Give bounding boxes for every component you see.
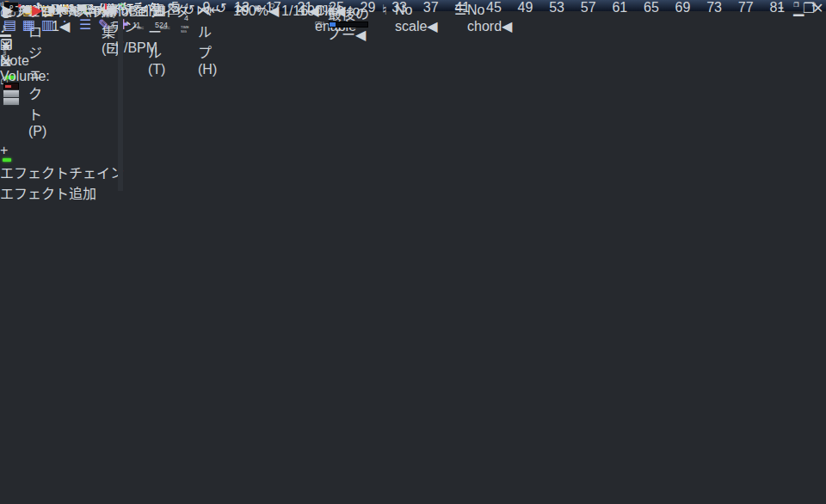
pr-stop-button[interactable]: ■ [47,2,56,17]
pr-chord-icon: ☰ [454,2,466,18]
pr-zoom-value: 100% [233,3,268,18]
piano-roll-window: ピアノロール - PianoBell ▁ ❐ ▶ ● ▶ ■ ✎ ▭ ∴ ✂ ❏… [0,0,201,159]
note-volume-area[interactable]: Note Volume: [0,53,201,84]
pr-zoom-combobox[interactable]: 100%◀ [233,3,268,15]
pr-erase-mode-button[interactable]: ▭ [84,2,97,18]
timeline-bar-label: 73 [706,0,722,15]
pr-detune-mode-button[interactable]: ∴ [116,2,125,18]
pr-play-button[interactable]: ▶ [3,2,13,18]
cpu-label: CPU [315,21,324,26]
timeline-bar-label: 57 [581,0,596,15]
pr-copy-button[interactable]: ❏ [152,2,164,18]
fx-chain-header[interactable]: エフェクトチェイン [0,158,124,182]
pr-quantize-value: 1/16 [281,3,308,18]
pr-scale-value: No scale [395,3,427,34]
pr-mirror-icon[interactable]: ⋈ [196,2,210,18]
lmms-app: Memory - LMMS 1.1.3 - [ソングエディタ] ▁ ❐ ✕ プロ… [0,0,826,504]
piano-roll-vscrollbar[interactable] [0,90,201,159]
pr-cut-button[interactable]: ✂ [136,2,147,18]
pr-repeat-icon[interactable]: ↺ [183,2,194,18]
pr-record-button[interactable]: ● [17,2,22,9]
timeline-bar-label: 53 [549,0,564,15]
pr-rewind-icon[interactable]: ⇤ [209,2,220,18]
pr-chord-value: No chord [467,3,502,34]
pr-notelength-combobox[interactable]: 最後のノー◀ [328,3,378,15]
scrollbar-handle[interactable] [0,84,201,90]
fx-chain-label: エフェクトチェイン [0,166,124,181]
piano-roll-hscrollbar[interactable] [0,84,201,90]
note-volume-label: Note Volume: [0,53,201,84]
pr-scale-combobox[interactable]: No scale◀ [395,3,452,15]
pr-maximize-button[interactable]: ❐ [0,37,201,53]
pr-record-play-button[interactable]: ▶ [32,2,42,18]
timeline-bar-label: 65 [644,0,659,15]
pr-minimize-button[interactable]: ▁ [0,21,201,37]
scrollbar-handle[interactable] [0,90,7,159]
timeline-bar-label: 69 [675,0,691,15]
timeline-bar-label: 81 [769,0,785,15]
pr-notelength-icon: ♪ [315,2,327,17]
timeline-bar-label: 77 [738,0,754,15]
fx-effect-chain: エフェクトチェイン エフェクト追加 [0,158,124,203]
pr-paste-button[interactable]: ❐ [168,2,180,18]
add-effect-button[interactable]: エフェクト追加 [0,182,124,203]
pr-draw-mode-button[interactable]: ✎ [67,2,78,18]
mdi-close-button[interactable]: ✕ [812,0,823,16]
pr-loop-marker[interactable] [105,3,107,9]
pr-quantize-icon: Q [269,2,281,9]
pr-quantize-combobox[interactable]: 1/16◀ [281,3,311,15]
pr-scale-icon: ♮ [382,2,394,18]
pr-chord-combobox[interactable]: No chord◀ [467,3,524,15]
timeline-bar-label: 61 [612,0,627,15]
